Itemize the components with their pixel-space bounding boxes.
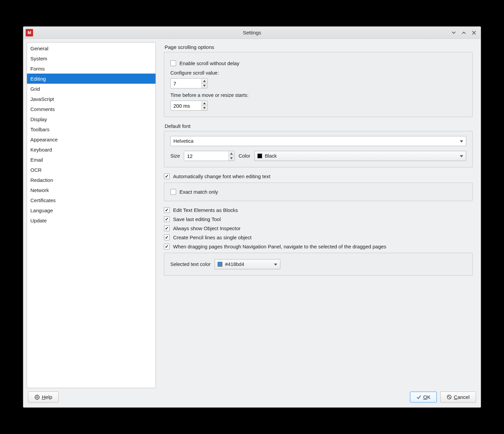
window-title: Settings <box>23 30 481 35</box>
section-scrolling-label: Page scrolling options <box>165 44 473 50</box>
sidebar-item-network[interactable]: Network <box>27 185 156 195</box>
help-button-label: Help <box>42 394 52 400</box>
sidebar-item-javascript[interactable]: JavaScript <box>27 94 156 104</box>
sidebar-item-toolbars[interactable]: Toolbars <box>27 124 156 134</box>
spin-up[interactable] <box>202 79 207 84</box>
label-font-color: Color <box>239 153 250 159</box>
input-font-size[interactable] <box>184 151 228 161</box>
checkbox-auto-change-font[interactable] <box>164 173 170 179</box>
label-object-inspector: Always show Object Inspector <box>173 225 241 231</box>
spin-down[interactable] <box>202 106 207 111</box>
cancel-icon <box>447 395 452 400</box>
checkbox-save-tool[interactable] <box>164 216 170 222</box>
sidebar-item-email[interactable]: Email <box>27 155 156 165</box>
groupbox-selected-color: Selected text color #418bd4 <box>164 253 473 276</box>
ok-button[interactable]: OK <box>410 391 437 403</box>
checkbox-object-inspector[interactable] <box>164 225 170 231</box>
checkbox-enable-scroll[interactable] <box>170 60 176 66</box>
minimize-button[interactable] <box>450 29 457 36</box>
combo-selected-text-color[interactable]: #418bd4 <box>215 259 280 269</box>
cancel-button-label: Cancel <box>454 394 470 400</box>
spin-font-size[interactable] <box>184 151 234 161</box>
label-selected-text-color: Selected text color <box>170 262 211 267</box>
spin-buttons <box>201 101 207 110</box>
combo-font-color[interactable]: Black <box>254 151 466 161</box>
color-swatch <box>257 154 262 158</box>
row-auto-change-font: Automatically change font when editing t… <box>164 173 473 179</box>
combo-font-color-value: Black <box>265 153 277 159</box>
input-scroll-value[interactable] <box>171 79 201 88</box>
svg-point-1 <box>36 396 38 398</box>
row-object-inspector: Always show Object Inspector <box>164 225 473 231</box>
app-icon <box>26 29 33 36</box>
sidebar-item-redaction[interactable]: Redaction <box>27 175 156 185</box>
dialog-footer: Help OK Cancel <box>23 388 481 407</box>
close-button[interactable] <box>471 29 477 36</box>
section-font-label: Default font <box>165 123 473 129</box>
row-exact-match: Exact match only <box>170 189 466 195</box>
chevron-down-icon <box>460 138 463 144</box>
label-exact-match: Exact match only <box>179 189 218 195</box>
maximize-button[interactable] <box>460 29 467 36</box>
sidebar-item-display[interactable]: Display <box>27 114 156 124</box>
color-swatch <box>218 262 222 267</box>
label-configure-scroll: Configure scroll value: <box>170 70 466 76</box>
sidebar-item-general[interactable]: General <box>27 43 156 53</box>
sidebar-item-grid[interactable]: Grid <box>27 84 156 94</box>
sidebar-item-language[interactable]: Language <box>27 205 156 215</box>
spin-buttons <box>228 151 234 161</box>
sidebar-item-comments[interactable]: Comments <box>27 104 156 114</box>
sidebar-item-forms[interactable]: Forms <box>27 63 156 74</box>
combo-font-name[interactable]: Helvetica <box>170 136 466 146</box>
row-enable-scroll: Enable scroll without delay <box>170 60 466 66</box>
sidebar-item-keyboard[interactable]: Keyboard <box>27 144 156 155</box>
row-save-tool: Save last editing Tool <box>164 216 473 222</box>
sidebar-item-appearance[interactable]: Appearance <box>27 134 156 144</box>
row-edit-blocks: Edit Text Elements as Blocks <box>164 207 473 213</box>
label-edit-blocks: Edit Text Elements as Blocks <box>173 207 238 213</box>
groupbox-scrolling: Enable scroll without delay Configure sc… <box>164 52 473 117</box>
label-font-size: Size <box>170 153 180 159</box>
sidebar-item-ocr[interactable]: OCR <box>27 165 156 175</box>
chevron-down-icon <box>451 30 456 35</box>
sidebar-item-certificates[interactable]: Certificates <box>27 195 156 205</box>
combo-selected-color-value: #418bd4 <box>225 262 244 267</box>
check-icon <box>416 395 421 400</box>
cancel-button[interactable]: Cancel <box>440 391 476 403</box>
settings-content: Page scrolling options Enable scroll wit… <box>156 42 477 388</box>
spin-down[interactable] <box>229 156 234 161</box>
label-enable-scroll: Enable scroll without delay <box>179 60 240 66</box>
row-pencil-single: Create Pencil lines as single object <box>164 235 473 240</box>
input-time-before[interactable] <box>171 101 201 110</box>
ok-button-label: OK <box>423 394 431 400</box>
close-icon <box>472 30 476 35</box>
checkbox-pencil-single[interactable] <box>164 235 170 240</box>
window-buttons <box>450 29 481 36</box>
label-pencil-single: Create Pencil lines as single object <box>173 235 252 240</box>
sidebar-item-system[interactable]: System <box>27 53 156 63</box>
row-drag-navigate: When dragging pages through Navigation P… <box>164 244 473 249</box>
spin-up[interactable] <box>229 151 234 156</box>
settings-dialog: Settings General System Forms Editing Gr… <box>23 26 481 408</box>
help-button[interactable]: Help <box>28 391 59 403</box>
label-auto-change-font: Automatically change font when editing t… <box>173 173 271 179</box>
chevron-down-icon <box>274 262 277 267</box>
spin-time-before[interactable] <box>170 101 207 111</box>
chevron-down-icon <box>460 153 463 159</box>
titlebar: Settings <box>23 27 481 39</box>
sidebar-item-editing[interactable]: Editing <box>27 74 156 84</box>
checkbox-drag-navigate[interactable] <box>164 244 170 249</box>
checkbox-edit-blocks[interactable] <box>164 207 170 213</box>
label-drag-navigate: When dragging pages through Navigation P… <box>173 244 386 249</box>
combo-font-name-value: Helvetica <box>173 138 194 144</box>
help-icon <box>34 395 40 400</box>
sidebar-item-update[interactable]: Update <box>27 215 156 225</box>
label-time-before: Time before a move or resize starts: <box>170 92 466 98</box>
spin-buttons <box>201 79 207 88</box>
checkbox-exact-match[interactable] <box>170 189 176 195</box>
spin-down[interactable] <box>202 84 207 88</box>
spin-scroll-value[interactable] <box>170 78 207 88</box>
category-sidebar: General System Forms Editing Grid JavaSc… <box>27 42 156 388</box>
spin-up[interactable] <box>202 101 207 106</box>
label-save-tool: Save last editing Tool <box>173 216 221 222</box>
